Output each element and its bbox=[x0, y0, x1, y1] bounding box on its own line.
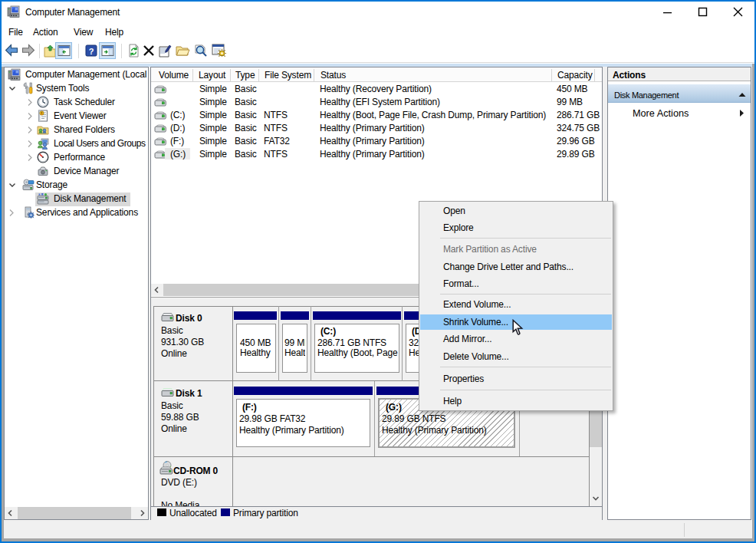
svg-text:?: ? bbox=[89, 47, 94, 56]
